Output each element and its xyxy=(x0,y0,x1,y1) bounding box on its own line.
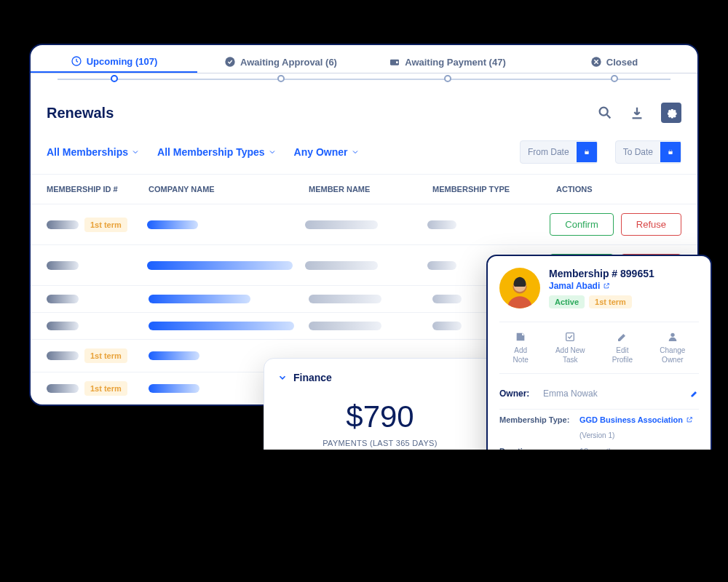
calendar-icon xyxy=(577,142,597,162)
term-badge: 1st term xyxy=(84,218,127,232)
tab-awaiting-approval-label: Awaiting Approval (6) xyxy=(240,57,337,68)
svg-point-1 xyxy=(225,57,234,66)
skeleton xyxy=(47,384,79,393)
svg-point-13 xyxy=(670,333,674,337)
filter-owner-label: Any Owner xyxy=(294,146,348,158)
svg-point-5 xyxy=(600,108,608,116)
filter-owner[interactable]: Any Owner xyxy=(294,146,360,158)
col-member: MEMBER NAME xyxy=(309,185,432,194)
gear-icon xyxy=(664,105,678,120)
settings-button[interactable] xyxy=(661,103,681,123)
term-badge: 1st term xyxy=(589,295,632,308)
change-owner-button[interactable]: Change Owner xyxy=(660,331,685,364)
to-date-placeholder: To Date xyxy=(616,141,660,163)
rail-dot xyxy=(277,75,285,82)
user-icon xyxy=(667,331,678,343)
chevron-down-icon xyxy=(131,148,140,156)
filter-types-label: All Membership Types xyxy=(157,146,265,158)
renewals-panel: Upcoming (107) Awaiting Approval (6) Awa… xyxy=(29,44,699,406)
edit-profile-label: Edit Profile xyxy=(612,346,633,364)
membership-detail-card: Membership # 899651 Jamal Abadi Active 1… xyxy=(486,255,712,450)
tab-awaiting-payment[interactable]: Awaiting Payment (47) xyxy=(364,45,531,73)
refuse-button[interactable]: Refuse xyxy=(621,213,681,236)
tab-bar: Upcoming (107) Awaiting Approval (6) Awa… xyxy=(31,45,697,73)
skeleton xyxy=(149,351,199,360)
search-icon[interactable] xyxy=(597,105,613,121)
finance-title: Finance xyxy=(293,372,332,383)
skeleton xyxy=(149,322,294,330)
skeleton xyxy=(147,220,198,229)
add-task-button[interactable]: Add New Task xyxy=(555,331,585,364)
skeleton xyxy=(305,261,378,270)
rail-dot xyxy=(111,75,118,82)
external-link-icon xyxy=(603,282,610,290)
skeleton xyxy=(149,384,199,393)
finance-header[interactable]: Finance xyxy=(277,372,483,383)
skeleton xyxy=(149,295,250,303)
tab-awaiting-payment-label: Awaiting Payment (47) xyxy=(405,57,505,68)
wallet-icon xyxy=(389,56,400,68)
filter-memberships[interactable]: All Memberships xyxy=(47,146,140,158)
owner-label: Owner: xyxy=(499,388,543,399)
tab-closed[interactable]: Closed xyxy=(531,45,697,73)
close-circle-icon xyxy=(590,56,602,68)
skeleton xyxy=(427,220,456,229)
member-link[interactable]: Jamal Abadi xyxy=(549,281,654,291)
change-owner-label: Change Owner xyxy=(660,346,685,364)
skeleton xyxy=(432,295,462,303)
rail-dot xyxy=(444,75,451,82)
duration-value: 12 months xyxy=(579,447,617,450)
side-action-bar: Add Note Add New Task Edit Profile Chang… xyxy=(499,322,699,374)
membership-title: Membership # 899651 xyxy=(549,268,654,279)
tab-progress-rail xyxy=(31,73,697,84)
avatar xyxy=(499,268,540,308)
col-type: MEMBERSHIP TYPE xyxy=(432,185,542,194)
skeleton xyxy=(432,322,462,330)
chevron-down-icon xyxy=(277,372,288,383)
col-company: COMPANY NAME xyxy=(149,185,309,194)
add-note-label: Add Note xyxy=(513,346,529,364)
skeleton xyxy=(47,295,79,303)
calendar-icon xyxy=(660,142,681,162)
table-row[interactable]: 1st term Confirm Refuse xyxy=(31,204,697,244)
to-date-field[interactable]: To Date xyxy=(615,140,681,164)
add-note-button[interactable]: Add Note xyxy=(513,331,529,364)
finance-subtitle: PAYMENTS (LAST 365 DAYS) xyxy=(277,439,483,447)
skeleton xyxy=(309,295,381,303)
skeleton xyxy=(47,351,79,360)
term-badge: 1st term xyxy=(84,348,127,363)
note-icon xyxy=(515,331,526,343)
filter-memberships-label: All Memberships xyxy=(47,146,128,158)
tab-awaiting-approval[interactable]: Awaiting Approval (6) xyxy=(197,45,364,73)
external-link-icon xyxy=(686,416,693,423)
header: Renewals xyxy=(31,84,697,133)
detail-label: Membership Type: xyxy=(499,415,579,424)
chevron-down-icon xyxy=(351,148,360,156)
clock-icon xyxy=(71,55,82,67)
col-id: MEMBERSHIP ID # xyxy=(47,185,149,194)
status-badge: Active xyxy=(549,295,585,308)
svg-rect-12 xyxy=(566,333,574,341)
filter-bar: All Memberships All Membership Types Any… xyxy=(31,133,697,175)
edit-owner-icon[interactable] xyxy=(690,389,699,398)
table-header: MEMBERSHIP ID # COMPANY NAME MEMBER NAME… xyxy=(31,175,697,204)
confirm-button[interactable]: Confirm xyxy=(550,213,614,236)
skeleton xyxy=(47,322,79,330)
edit-profile-button[interactable]: Edit Profile xyxy=(612,331,633,364)
tab-upcoming[interactable]: Upcoming (107) xyxy=(31,45,197,73)
download-icon[interactable] xyxy=(629,105,645,121)
svg-rect-7 xyxy=(585,151,588,151)
svg-rect-9 xyxy=(668,151,672,151)
task-icon xyxy=(564,331,576,343)
from-date-placeholder: From Date xyxy=(521,141,577,163)
member-name: Jamal Abadi xyxy=(549,281,600,291)
skeleton xyxy=(309,322,381,330)
filter-types[interactable]: All Membership Types xyxy=(157,146,277,158)
detail-label: Duration: xyxy=(499,447,579,450)
from-date-field[interactable]: From Date xyxy=(520,140,598,164)
pencil-icon xyxy=(617,331,628,343)
membership-type-link[interactable]: GGD Business Association xyxy=(579,415,693,424)
finance-card: Finance $790 PAYMENTS (LAST 365 DAYS) Se… xyxy=(264,358,496,450)
membership-type-value: GGD Business Association xyxy=(579,415,683,424)
chevron-down-icon xyxy=(268,148,277,156)
